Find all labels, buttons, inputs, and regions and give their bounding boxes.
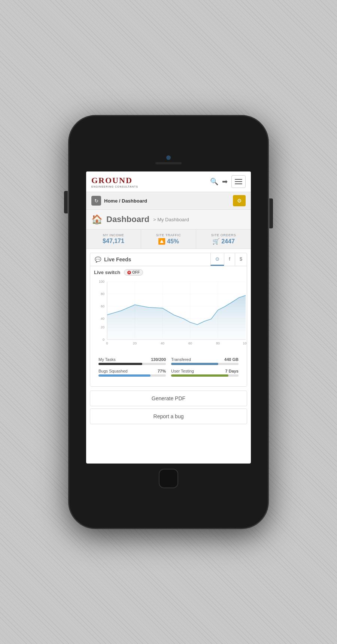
testing-value: 7 Days xyxy=(225,369,239,373)
phone-speaker xyxy=(155,162,182,164)
card-title: 💬 Live Feeds xyxy=(90,253,136,265)
menu-button[interactable] xyxy=(231,175,246,188)
settings-button[interactable]: ⚙ xyxy=(233,195,246,206)
breadcrumb-left: ↻ Home / Dashboard xyxy=(91,196,147,206)
app-header: GROUND ENGINEERING CONSULTANTS 🔍 ➡ xyxy=(86,171,251,192)
breadcrumb-home[interactable]: Home xyxy=(104,198,118,204)
stat-orders-value: 🛒2447 xyxy=(199,238,248,245)
card-title-text: Live Feeds xyxy=(104,256,131,262)
menu-bar-2 xyxy=(235,181,242,182)
transfer-bar-bg xyxy=(171,363,239,365)
progress-my-tasks: My Tasks 130/200 xyxy=(98,357,166,369)
svg-text:80: 80 xyxy=(101,292,104,296)
card-header: 💬 Live Feeds ⊙ f $ xyxy=(90,253,247,266)
testing-bar-bg xyxy=(171,374,239,377)
live-switch-label: Live switch xyxy=(94,270,120,275)
breadcrumb-bar: ↻ Home / Dashboard ⚙ xyxy=(86,192,251,210)
stat-income-label: MY INCOME xyxy=(89,233,138,237)
tasks-bar-fill xyxy=(98,363,142,365)
bugs-value: 77% xyxy=(158,369,166,373)
svg-text:100: 100 xyxy=(243,341,247,345)
phone-shell: GROUND ENGINEERING CONSULTANTS 🔍 ➡ ↻ Hom… xyxy=(69,116,268,528)
transfer-value: 440 GB xyxy=(224,357,239,362)
testing-label: User Testing xyxy=(171,369,194,373)
dashboard-title-bar: 🏠 Dashboard > My Dashboard xyxy=(86,210,251,230)
menu-bar-1 xyxy=(235,179,242,180)
switch-dot: ✕ xyxy=(127,271,131,274)
breadcrumb-current: Dashboard xyxy=(122,198,147,204)
svg-text:80: 80 xyxy=(216,341,220,345)
menu-bar-3 xyxy=(235,183,242,184)
dashboard-title: Dashboard xyxy=(106,215,149,224)
logo: GROUND ENGINEERING CONSULTANTS xyxy=(91,176,138,188)
stat-traffic-value: 🔼45% xyxy=(144,238,193,245)
svg-marker-23 xyxy=(107,295,246,340)
chat-icon: 💬 xyxy=(95,256,101,262)
tab-dollar[interactable]: $ xyxy=(235,253,247,266)
stat-income: MY INCOME $47,171 xyxy=(86,230,141,249)
svg-text:40: 40 xyxy=(161,341,164,345)
transfer-bar-fill xyxy=(171,363,218,365)
progress-bugs: Bugs Squashed 77% xyxy=(98,369,166,380)
svg-text:40: 40 xyxy=(101,317,104,321)
traffic-up-icon: 🔼 xyxy=(158,238,166,245)
forward-icon[interactable]: ➡ xyxy=(222,177,228,186)
tasks-bar-bg xyxy=(98,363,166,365)
svg-text:0: 0 xyxy=(103,338,104,341)
header-icons: 🔍 ➡ xyxy=(210,175,246,188)
generate-pdf-button[interactable]: Generate PDF xyxy=(90,391,247,406)
refresh-icon[interactable]: ↻ xyxy=(91,196,101,206)
card-tabs: ⊙ f $ xyxy=(210,253,247,266)
transfer-label: Transfered xyxy=(171,357,191,362)
logo-sub: ENGINEERING CONSULTANTS xyxy=(91,185,138,188)
svg-text:60: 60 xyxy=(101,304,104,308)
switch-state: OFF xyxy=(132,270,140,274)
stat-orders-label: SITE ORDERS xyxy=(199,233,248,237)
progress-transferred: Transfered 440 GB xyxy=(171,357,239,369)
tasks-value: 130/200 xyxy=(151,357,166,362)
bugs-bar-fill xyxy=(98,374,151,377)
progress-section: My Tasks 130/200 Transfered 440 GB xyxy=(94,354,243,383)
front-camera-icon xyxy=(166,155,171,160)
progress-user-testing: User Testing 7 Days xyxy=(171,369,239,380)
svg-text:20: 20 xyxy=(101,325,104,329)
search-icon[interactable]: 🔍 xyxy=(210,177,218,186)
progress-grid: My Tasks 130/200 Transfered 440 GB xyxy=(98,357,239,380)
chart-top: Live switch ✕ OFF xyxy=(94,269,243,276)
dashboard-subtitle: > My Dashboard xyxy=(153,217,189,222)
tab-facebook[interactable]: f xyxy=(224,253,235,266)
chart-area: Live switch ✕ OFF xyxy=(90,266,247,386)
breadcrumb: Home / Dashboard xyxy=(104,198,147,204)
live-switch-toggle[interactable]: ✕ OFF xyxy=(124,269,143,276)
svg-text:100: 100 xyxy=(99,280,104,283)
stat-orders: SITE ORDERS 🛒2447 xyxy=(196,230,251,249)
stats-bar: MY INCOME $47,171 SITE TRAFFIC 🔼45% SITE… xyxy=(86,230,251,249)
breadcrumb-separator: / xyxy=(119,198,121,204)
svg-text:20: 20 xyxy=(133,341,137,345)
testing-bar-fill xyxy=(171,374,228,377)
home-button[interactable] xyxy=(159,469,178,488)
phone-bottom xyxy=(97,464,240,493)
report-bug-button[interactable]: Report a bug xyxy=(90,408,247,424)
stat-income-value: $47,171 xyxy=(89,238,138,244)
svg-text:60: 60 xyxy=(188,341,192,345)
phone-screen: GROUND ENGINEERING CONSULTANTS 🔍 ➡ ↻ Hom… xyxy=(86,171,251,464)
chart-svg: 100 80 60 40 20 0 0 20 40 60 80 100 xyxy=(94,278,243,354)
stat-traffic: SITE TRAFFIC 🔼45% xyxy=(141,230,196,249)
svg-text:0: 0 xyxy=(106,341,108,345)
tasks-label: My Tasks xyxy=(98,357,116,362)
bugs-label: Bugs Squashed xyxy=(98,369,128,373)
bugs-bar-bg xyxy=(98,374,166,377)
home-icon: 🏠 xyxy=(91,214,103,225)
live-feeds-card: 💬 Live Feeds ⊙ f $ Live switch ✕ OFF xyxy=(90,253,247,387)
logo-main: GROUND xyxy=(91,176,138,185)
tab-circle[interactable]: ⊙ xyxy=(210,253,224,266)
stat-traffic-label: SITE TRAFFIC xyxy=(144,233,193,237)
phone-top xyxy=(97,151,240,169)
cart-icon: 🛒 xyxy=(212,238,220,245)
